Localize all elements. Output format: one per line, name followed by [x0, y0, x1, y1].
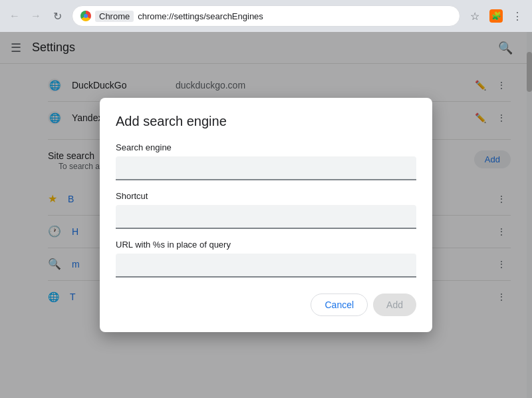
- reload-button[interactable]: ↻: [48, 7, 66, 25]
- browser-toolbar: ← → ↻ Chrome chrome://settings/searchEng…: [0, 0, 532, 32]
- chrome-logo-icon: [80, 11, 91, 21]
- extensions-button[interactable]: 🧩: [487, 7, 505, 25]
- dialog-actions: Cancel Add: [116, 294, 416, 316]
- settings-page: ☰ Settings 🔍 🌐 DuckDuckGo duckduckgo.com…: [0, 32, 532, 398]
- back-button[interactable]: ←: [5, 7, 24, 25]
- extension-icon: 🧩: [489, 9, 503, 23]
- address-bar[interactable]: Chrome chrome://settings/searchEngines: [72, 5, 460, 27]
- dialog-title: Add search engine: [116, 114, 416, 129]
- add-button[interactable]: Add: [373, 294, 416, 316]
- url-field-label: URL with %s in place of query: [116, 240, 416, 250]
- shortcut-field-label: Shortcut: [116, 191, 416, 201]
- modal-overlay: Add search engine Search engine Shortcut…: [0, 32, 532, 398]
- chrome-label: Chrome: [95, 11, 134, 22]
- cancel-button[interactable]: Cancel: [311, 294, 368, 316]
- browser-chrome: ← → ↻ Chrome chrome://settings/searchEng…: [0, 0, 532, 32]
- forward-button[interactable]: →: [27, 7, 45, 25]
- shortcut-input[interactable]: [116, 205, 416, 229]
- add-search-engine-dialog: Add search engine Search engine Shortcut…: [100, 98, 432, 332]
- bookmark-button[interactable]: ☆: [466, 7, 484, 25]
- engine-field-label: Search engine: [116, 142, 416, 152]
- address-text: chrome://settings/searchEngines: [138, 11, 263, 21]
- engine-name-input[interactable]: [116, 156, 416, 180]
- nav-buttons: ← → ↻: [5, 7, 66, 25]
- browser-menu-button[interactable]: ⋮: [508, 7, 527, 25]
- url-input[interactable]: [116, 254, 416, 278]
- toolbar-icons: ☆ 🧩 ⋮: [466, 7, 527, 25]
